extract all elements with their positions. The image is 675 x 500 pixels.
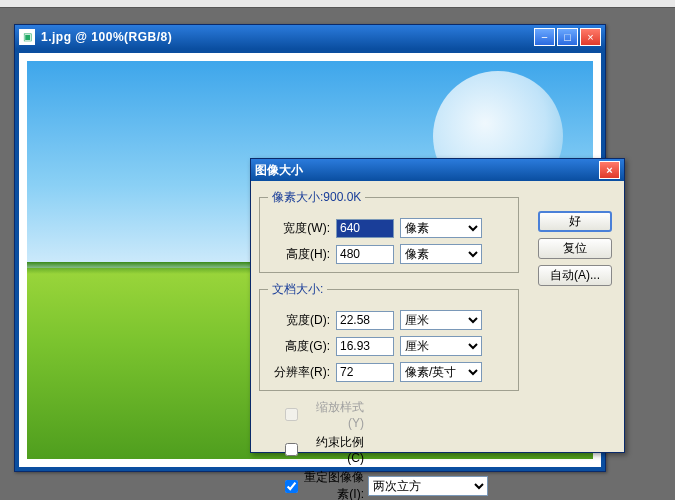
pixel-width-unit-select[interactable]: 像素 xyxy=(400,218,482,238)
ok-button[interactable]: 好 xyxy=(538,211,612,232)
pixel-width-input[interactable] xyxy=(336,219,394,238)
pixel-height-unit-select[interactable]: 像素 xyxy=(400,244,482,264)
scale-styles-label: 缩放样式(Y) xyxy=(302,399,364,430)
resolution-input[interactable] xyxy=(336,363,394,382)
resolution-unit-select[interactable]: 像素/英寸 xyxy=(400,362,482,382)
pixel-height-label: 高度(H): xyxy=(268,246,330,263)
scale-styles-checkbox xyxy=(285,408,298,421)
resolution-label: 分辨率(R): xyxy=(268,364,330,381)
doc-width-input[interactable] xyxy=(336,311,394,330)
constrain-proportions-label: 约束比例(C) xyxy=(302,434,364,465)
resample-method-select[interactable]: 两次立方 xyxy=(368,476,488,496)
doc-height-label: 高度(G): xyxy=(268,338,330,355)
document-title: 1.jpg @ 100%(RGB/8) xyxy=(41,30,534,44)
pixel-width-label: 宽度(W): xyxy=(268,220,330,237)
dialog-close-button[interactable]: × xyxy=(599,161,620,179)
maximize-button[interactable]: □ xyxy=(557,28,578,46)
doc-height-unit-select[interactable]: 厘米 xyxy=(400,336,482,356)
doc-width-unit-select[interactable]: 厘米 xyxy=(400,310,482,330)
document-size-group: 文档大小: 宽度(D): 厘米 高度(G): 厘米 分辨率(R): xyxy=(259,281,519,391)
resample-checkbox[interactable] xyxy=(285,480,298,493)
document-icon: ▣ xyxy=(19,29,35,45)
constrain-proportions-checkbox[interactable] xyxy=(285,443,298,456)
pixel-size-group: 像素大小:900.0K 宽度(W): 像素 高度(H): 像素 xyxy=(259,189,519,273)
minimize-button[interactable]: − xyxy=(534,28,555,46)
pixel-size-legend: 像素大小:900.0K xyxy=(268,189,365,206)
close-button[interactable]: × xyxy=(580,28,601,46)
image-size-dialog: 图像大小 × 像素大小:900.0K 宽度(W): 像素 高度(H): xyxy=(250,158,625,453)
app-toolbar xyxy=(0,0,675,8)
dialog-title: 图像大小 xyxy=(255,162,599,179)
dialog-titlebar[interactable]: 图像大小 × xyxy=(251,159,624,181)
doc-height-input[interactable] xyxy=(336,337,394,356)
document-size-legend: 文档大小: xyxy=(268,281,327,298)
doc-width-label: 宽度(D): xyxy=(268,312,330,329)
resample-label: 重定图像像素(I): xyxy=(302,469,364,500)
reset-button[interactable]: 复位 xyxy=(538,238,612,259)
auto-button[interactable]: 自动(A)... xyxy=(538,265,612,286)
document-titlebar[interactable]: ▣ 1.jpg @ 100%(RGB/8) − □ × xyxy=(15,25,605,49)
pixel-height-input[interactable] xyxy=(336,245,394,264)
